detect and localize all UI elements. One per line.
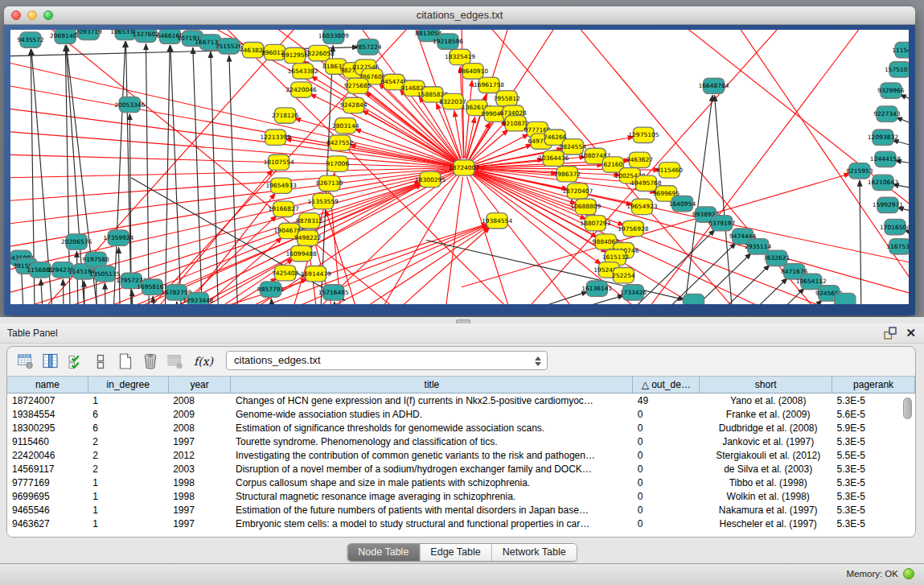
network-node[interactable]: 20053346 [114,97,145,112]
column-header-year[interactable]: year [168,377,231,393]
network-node[interactable]: 16033809 [318,30,349,43]
network-node[interactable]: 16210643 [868,175,898,190]
network-node[interactable] [835,293,856,304]
column-header-pagerank[interactable]: pagerank [832,377,915,393]
network-node[interactable]: 18807293 [580,216,610,231]
table-row[interactable]: 977716911998Corpus callosum shape and si… [7,476,915,489]
tab-edge-table[interactable]: Edge Table [420,544,491,561]
network-node[interactable]: 7425402 [272,266,298,281]
network-node[interactable]: 18325419 [445,49,475,64]
network-node[interactable]: 10688809 [570,199,601,214]
network-node[interactable]: 15716485 [318,285,349,300]
network-node[interactable]: 19654923 [626,199,657,214]
select-all-rows-icon[interactable] [65,351,86,372]
network-node[interactable]: 16136141 [581,281,612,296]
network-node[interactable]: 12093832 [868,130,898,145]
network-node[interactable]: 252254 [612,267,635,282]
network-node[interactable]: 2093719 [75,30,102,40]
column-header-title[interactable]: title [231,377,633,393]
network-node[interactable]: 9463627 [626,152,654,167]
network-canvas[interactable]: 9435572206914062093719106533671327602646… [10,30,909,304]
network-node[interactable]: 8215953 [846,163,873,179]
table-row[interactable]: 946362711997Embryonic stem cells: a mode… [7,517,915,530]
svg-text:16136141: 16136141 [581,285,612,292]
network-node[interactable]: 15751074 [885,62,909,77]
new-table-icon[interactable] [115,351,136,372]
column-header-out_degree[interactable]: △ out_de… [633,377,700,393]
table-row[interactable]: 1830029562008Estimation of significance … [7,421,915,435]
table-row[interactable]: 969969511998Structural magnetic resonanc… [7,489,915,503]
network-node[interactable]: 9227343 [873,106,901,122]
attribute-table[interactable]: namein_degreeyeartitle△ out_de…shortpage… [7,377,915,530]
network-node[interactable]: 9242844 [340,97,368,113]
table-settings-icon[interactable] [15,351,36,372]
network-node[interactable]: 7986372 [554,167,581,182]
network-node[interactable]: 7515526 [216,39,243,54]
network-node[interactable]: 16648784 [698,78,729,93]
table-scrollbar[interactable] [903,396,912,532]
table-selector-dropdown[interactable]: citations_edges.txt [226,351,548,370]
delete-table-icon[interactable] [165,351,186,372]
network-node[interactable]: 18107554 [264,154,294,170]
svg-text:1615132: 1615132 [602,254,629,262]
network-node[interactable] [683,294,704,304]
network-node[interactable]: 17016504 [880,219,909,234]
network-node[interactable]: 1327602 [133,30,159,43]
table-row[interactable]: 946554611997Estimation of the future num… [7,503,915,517]
network-node[interactable]: 1640954 [669,196,696,211]
tab-network-table[interactable]: Network Table [492,544,577,561]
network-node[interactable]: 9329966 [877,83,905,98]
network-node[interactable]: 9275685 [344,78,372,93]
svg-text:10688809: 10688809 [570,204,601,211]
float-panel-icon[interactable] [883,326,897,340]
network-node[interactable]: 16543382 [288,64,318,79]
function-builder-icon[interactable]: f(x) [190,351,217,372]
network-window-titlebar[interactable]: citations_edges.txt [4,6,915,25]
network-node[interactable]: 9197588 [82,252,109,267]
svg-text:9498222: 9498222 [294,234,321,241]
network-node[interactable]: 16099488 [286,245,317,261]
table-row[interactable]: 1456911722003Disruption of a novel membe… [7,462,915,476]
network-node[interactable]: 9857791 [257,282,285,297]
tab-node-table[interactable]: Node Table [347,544,420,561]
network-node[interactable]: 7857224 [355,39,382,55]
scrollbar-thumb[interactable] [903,398,912,419]
column-header-name[interactable]: name [7,377,88,393]
table-row[interactable]: 2242004622012Investigating the contribut… [7,448,915,462]
show-columns-icon[interactable] [40,351,61,372]
network-node[interactable]: 9498222 [294,230,321,245]
network-graph[interactable]: 9435572206914062093719106533671327602646… [10,30,909,304]
table-row[interactable]: 911546021997Tourette syndrome. Phenomeno… [7,435,915,448]
network-node[interactable]: 9115460 [656,163,684,178]
network-node[interactable]: 2803144 [332,117,359,133]
network-node[interactable]: 11353559 [308,193,339,208]
table-row[interactable]: 1938455462009Genome-wide association stu… [7,407,915,421]
close-panel-icon[interactable]: ✕ [906,326,916,340]
svg-text:9824554: 9824554 [560,143,587,150]
network-node[interactable]: 12444158 [870,151,901,167]
network-node[interactable]: 8427552 [326,135,353,150]
network-node[interactable]: 15992971 [873,197,903,212]
network-node[interactable]: 1167533 [886,239,909,254]
column-header-in_degree[interactable]: in_degree [88,377,168,393]
network-node[interactable]: 7632621 [763,250,791,266]
column-header-short[interactable]: short [700,377,832,393]
table-row[interactable]: 1872400712008Changes of HCN gene express… [7,393,915,408]
network-node[interactable]: 6379197 [708,216,736,231]
memory-status-icon[interactable] [903,568,914,579]
table-panel: Table Panel ✕ [0,317,924,585]
network-node[interactable]: 12975105 [628,127,659,142]
network-node[interactable]: 2718126 [272,108,299,123]
cell-name: 9115460 [7,435,88,448]
cell-title: Estimation of significance thresholds fo… [231,421,633,435]
svg-text:7986372: 7986372 [554,171,581,178]
network-node[interactable]: 8267130 [316,175,343,191]
delete-rows-icon[interactable] [140,351,161,372]
network-node[interactable]: 1115408 [892,43,909,58]
network-node[interactable]: 9435572 [17,32,43,47]
network-node[interactable]: 1733426 [620,285,647,300]
network-node[interactable]: 917006 [326,156,349,171]
network-node[interactable]: 7955812 [493,91,519,106]
cell-in_degree: 2 [88,462,168,476]
unselect-rows-icon[interactable] [90,351,111,372]
